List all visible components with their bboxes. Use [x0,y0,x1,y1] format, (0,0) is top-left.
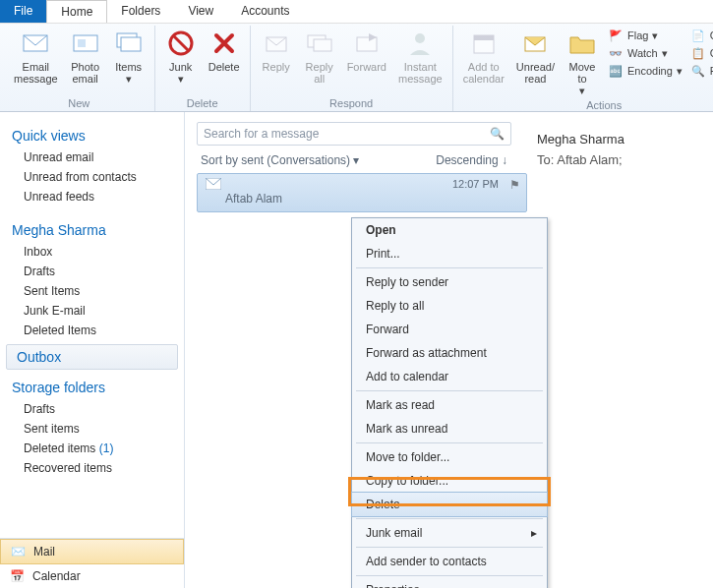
photo-email-button[interactable]: Photo email [64,26,107,88]
reading-pane: Megha Sharma To: Aftab Alam; [525,112,713,588]
search-placeholder: Search for a message [204,127,319,141]
ctx-add-calendar[interactable]: Add to calendar [352,365,547,388]
group-label: Actions [586,99,622,113]
tab-file[interactable]: File [0,0,46,23]
ctx-copy-folder[interactable]: Copy to folder... [352,469,547,493]
delete-button[interactable]: Delete [203,26,246,88]
delete-icon [208,28,240,59]
junk-button[interactable]: Junk▾ [159,26,203,88]
ctx-forward[interactable]: Forward [352,318,547,341]
ctx-junk-email[interactable]: Junk email▸ [352,521,547,545]
tab-home[interactable]: Home [46,0,107,23]
svg-point-11 [415,33,425,43]
add-calendar-button[interactable]: Add to calendar [457,26,510,99]
sidebar-item-unread-contacts[interactable]: Unread from contacts [0,167,184,187]
label: Forward [347,61,386,73]
context-menu: Open Print... Reply to sender Reply to a… [351,217,548,588]
sidebar-item-storage-sent[interactable]: Sent items [0,419,184,439]
photo-email-icon [70,28,101,59]
svg-rect-9 [314,39,331,51]
storage-heading[interactable]: Storage folders [0,374,184,399]
copy-to-button[interactable]: 📄Copy to [690,28,713,43]
tab-view[interactable]: View [174,0,227,23]
nav-mail[interactable]: ✉️Mail [0,539,184,564]
sidebar-item-junk[interactable]: Junk E-mail [0,301,184,321]
copyto-icon: 📄 [690,28,706,43]
separator [356,267,543,268]
ctx-properties[interactable]: Properties [352,578,547,588]
ribbon-group-actions: Add to calendar Unread/ read Move to▾ 🚩F… [453,26,713,111]
instant-message-button[interactable]: Instant message [392,26,448,87]
ctx-print[interactable]: Print... [352,242,547,265]
watch-button[interactable]: 👓Watch ▾ [608,45,683,61]
sidebar: Quick views Unread email Unread from con… [0,112,185,588]
label: Junk▾ [169,61,192,86]
reply-button[interactable]: Reply [255,26,298,87]
nav-calendar[interactable]: 📅Calendar [0,564,184,588]
ctx-open[interactable]: Open [352,218,547,242]
sidebar-item-unread-feeds[interactable]: Unread feeds [0,187,184,206]
sidebar-item-deleted[interactable]: Deleted Items [0,321,184,340]
glasses-icon: 👓 [608,45,624,61]
sidebar-item-sent[interactable]: Sent Items [0,281,184,301]
find-button[interactable]: 🔍Find ▾ [690,63,713,79]
search-icon[interactable]: 🔍 [490,127,505,141]
sidebar-item-storage-drafts[interactable]: Drafts [0,399,184,419]
label: Move to▾ [569,61,596,97]
forward-button[interactable]: Forward [341,26,392,87]
sort-by[interactable]: Sort by sent (Conversations) ▾ [201,153,359,167]
separator [356,547,543,548]
junk-icon [165,28,197,59]
new-email-button[interactable]: Email message [8,26,64,88]
copy-button[interactable]: 📋Copy [690,45,713,61]
ctx-forward-attachment[interactable]: Forward as attachment [352,341,547,365]
svg-rect-2 [78,39,86,47]
sidebar-item-drafts[interactable]: Drafts [0,262,184,281]
sort-bar: Sort by sent (Conversations) ▾ Descendin… [197,146,511,173]
separator [356,518,543,519]
forward-icon [351,28,383,59]
ctx-move-folder[interactable]: Move to folder... [352,445,547,469]
new-items-button[interactable]: Items▾ [107,26,150,88]
reading-from: Megha Sharma [537,132,701,147]
ctx-reply-sender[interactable]: Reply to sender [352,270,547,294]
ctx-add-sender[interactable]: Add sender to contacts [352,550,547,573]
search-input[interactable]: Search for a message 🔍 [197,122,511,146]
chevron-right-icon: ▸ [531,526,537,540]
unread-read-button[interactable]: Unread/ read [510,26,561,99]
label: Reply all [306,61,333,85]
label: Unread/ read [516,61,555,85]
sidebar-item-storage-deleted[interactable]: Deleted items (1) [0,439,184,458]
ctx-mark-read[interactable]: Mark as read [352,393,547,417]
group-label: Respond [329,97,373,111]
items-icon [113,28,145,59]
encoding-button[interactable]: 🔤Encoding ▾ [608,63,683,79]
message-time: 12:07 PM [452,178,499,190]
reply-all-button[interactable]: Reply all [298,26,341,87]
mail-icon: ✉️ [11,545,26,559]
ribbon-group-new: Email message Photo email Items▾ New [4,26,155,111]
outbox-heading[interactable]: Outbox [6,344,178,370]
ctx-reply-all[interactable]: Reply to all [352,294,547,318]
quick-views-heading[interactable]: Quick views [0,122,184,147]
unread-icon [519,28,551,59]
flag-icon[interactable]: ⚑ [509,178,520,192]
reply-icon [261,28,292,59]
account-heading[interactable]: Megha Sharma [0,216,184,242]
ctx-delete[interactable]: Delete [351,492,548,517]
ctx-mark-unread[interactable]: Mark as unread [352,417,547,441]
sidebar-item-storage-recovered[interactable]: Recovered items [0,458,184,478]
ribbon-group-delete: Junk▾ Delete Delete [155,26,251,111]
sort-order[interactable]: Descending ↓ [436,153,507,167]
message-item[interactable]: 12:07 PM ⚑ Aftab Alam [197,173,527,212]
actions-col1: 🚩Flag ▾ 👓Watch ▾ 🔤Encoding ▾ [604,26,686,99]
sidebar-item-unread-email[interactable]: Unread email [0,147,184,167]
sidebar-item-inbox[interactable]: Inbox [0,242,184,262]
svg-rect-13 [474,35,494,40]
label: Reply [263,61,290,73]
tab-folders[interactable]: Folders [107,0,174,23]
tab-accounts[interactable]: Accounts [227,0,303,23]
flag-button[interactable]: 🚩Flag ▾ [608,28,683,43]
move-to-button[interactable]: Move to▾ [561,26,604,99]
label: Photo email [71,61,99,85]
